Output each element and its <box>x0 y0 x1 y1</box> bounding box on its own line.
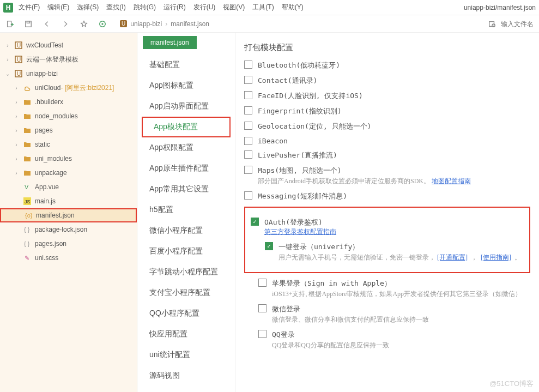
confnav-item[interactable]: QQ小程序配置 <box>137 303 235 324</box>
search-input[interactable] <box>501 20 534 28</box>
new-file-icon[interactable] <box>5 20 14 28</box>
confnav-item[interactable]: uni统计配置 <box>137 345 235 365</box>
confnav-item[interactable]: App启动界面配置 <box>137 96 235 117</box>
checkbox-icon[interactable] <box>244 76 252 84</box>
checkbox-icon[interactable] <box>244 122 252 130</box>
confnav-item[interactable]: App模块配置 <box>142 117 231 137</box>
expand-arrow-icon[interactable] <box>13 156 20 162</box>
tree-item-uniapp-bizi[interactable]: Uuniapp-bizi <box>0 67 137 81</box>
tree-item-unicloud[interactable]: uniCloud - [阿里云:bizi2021] <box>0 81 137 95</box>
tree-item-app-vue[interactable]: VApp.vue <box>0 180 137 194</box>
checkbox-icon[interactable] <box>244 137 252 145</box>
expand-arrow-icon[interactable] <box>13 128 20 134</box>
save-icon[interactable] <box>24 20 33 28</box>
expand-arrow-icon[interactable] <box>13 170 20 176</box>
search-preview-icon[interactable] <box>488 20 496 28</box>
tree-item-package-lock-json[interactable]: { }package-lock.json <box>0 222 137 237</box>
tree-item-node_modules[interactable]: node_modules <box>0 109 137 123</box>
module-sublink[interactable]: 地图配置指南 <box>432 177 471 185</box>
svg-rect-1 <box>26 21 32 27</box>
module-apple-login[interactable]: 苹果登录（Sign in with Apple） iOS13+支持, 根据App… <box>258 279 530 299</box>
confnav-item[interactable]: 百度小程序配置 <box>137 241 235 262</box>
module-row[interactable]: Contact(通讯录) <box>244 76 530 86</box>
confnav-item[interactable]: 支付宝小程序配置 <box>137 282 235 303</box>
menu-file[interactable]: 文件(F) <box>19 3 40 12</box>
module-label: FaceID(人脸识别, 仅支持iOS) <box>258 91 363 101</box>
expand-arrow-icon[interactable] <box>4 57 11 63</box>
tree-item-pages[interactable]: pages <box>0 123 137 137</box>
checkbox-icon[interactable] <box>265 242 273 250</box>
confnav-item[interactable]: 基础配置 <box>137 55 235 75</box>
module-row[interactable]: LivePusher(直播推流) <box>244 150 530 160</box>
nav-back-icon[interactable] <box>43 20 51 28</box>
nav-forward-icon[interactable] <box>61 20 70 28</box>
tree-item-manifest-json[interactable]: {o}manifest.json <box>0 208 137 222</box>
oauth-guide-link[interactable]: 第三方登录鉴权配置指南 <box>264 227 336 237</box>
expand-arrow-icon[interactable] <box>13 142 20 148</box>
checkbox-icon[interactable] <box>258 330 267 338</box>
univerify-guide-link[interactable]: [使用指南] <box>481 254 511 261</box>
expand-arrow-icon[interactable] <box>13 99 20 105</box>
confnav-item[interactable]: App常用其它设置 <box>137 179 235 200</box>
checkbox-icon[interactable] <box>244 106 252 114</box>
module-row[interactable]: Maps(地图, 只能选一个)部分国产Android手机获取位置必须申请定位服务… <box>244 166 530 186</box>
menu-tools[interactable]: 工具(T) <box>252 3 274 12</box>
tree-item---------[interactable]: U云端一体登录模板 <box>0 52 137 67</box>
checkbox-icon[interactable] <box>258 279 267 287</box>
checkbox-icon[interactable] <box>258 304 267 312</box>
file-type-icon: { } <box>23 225 32 234</box>
tree-item-static[interactable]: static <box>0 137 137 152</box>
checkbox-icon[interactable] <box>244 91 252 99</box>
svg-rect-0 <box>8 21 11 27</box>
module-univerify[interactable]: 一键登录（univerify） 用户无需输入手机号，无需短信验证，免密一键登录，… <box>265 242 524 262</box>
module-row[interactable]: iBeacon <box>244 137 530 145</box>
checkbox-icon[interactable] <box>244 150 252 159</box>
menu-publish[interactable]: 发行(U) <box>193 3 216 12</box>
module-row[interactable]: Bluetooth(低功耗蓝牙) <box>244 61 530 70</box>
breadcrumb-project[interactable]: uniapp-bizi <box>130 20 162 28</box>
confnav-item[interactable]: 快应用配置 <box>137 324 235 345</box>
expand-arrow-icon[interactable] <box>4 71 11 77</box>
checkbox-icon[interactable] <box>251 218 259 226</box>
confnav-item[interactable]: 微信小程序配置 <box>137 220 235 241</box>
editor-tab[interactable]: manifest.json <box>143 36 197 49</box>
confnav-item[interactable]: 字节跳动小程序配置 <box>137 262 235 282</box>
tree-item-main-js[interactable]: JSmain.js <box>0 194 137 208</box>
module-qq-login[interactable]: QQ登录 QQ登录和QQ分享的配置信息应保持一致 <box>258 330 530 350</box>
expand-arrow-icon[interactable] <box>4 43 11 49</box>
checkbox-icon[interactable] <box>244 166 252 174</box>
breadcrumb-file[interactable]: manifest.json <box>171 20 209 28</box>
menu-edit[interactable]: 编辑(E) <box>47 3 69 12</box>
run-icon[interactable] <box>98 20 107 28</box>
module-row[interactable]: Fingerprint(指纹识别) <box>244 106 530 116</box>
module-row[interactable]: FaceID(人脸识别, 仅支持iOS) <box>244 91 530 101</box>
module-row[interactable]: Messaging(短彩邮件消息) <box>244 191 530 201</box>
confnav-item[interactable]: App图标配置 <box>137 75 235 96</box>
checkbox-icon[interactable] <box>244 61 252 69</box>
tree-item-label: uni.scss <box>35 254 58 262</box>
menu-find[interactable]: 查找(I) <box>106 3 125 12</box>
menu-goto[interactable]: 跳转(G) <box>134 3 156 12</box>
expand-arrow-icon[interactable] <box>13 113 20 119</box>
module-row[interactable]: Geolocation(定位, 只能选一个) <box>244 122 530 131</box>
menu-view[interactable]: 视图(V) <box>223 3 245 12</box>
confnav-item[interactable]: 源码视图 <box>137 365 235 386</box>
tree-item-uni-scss[interactable]: ✎uni.scss <box>0 251 137 265</box>
menu-run[interactable]: 运行(R) <box>163 3 186 12</box>
module-oauth[interactable]: OAuth(登录鉴权) 第三方登录鉴权配置指南 <box>251 218 524 237</box>
univerify-open-link[interactable]: [开通配置] <box>437 254 468 261</box>
tree-item-wxcloudtest[interactable]: UwxCloudTest <box>0 38 137 52</box>
tree-item-uni_modules[interactable]: uni_modules <box>0 152 137 166</box>
tree-item--hbuilderx[interactable]: .hbuilderx <box>0 95 137 109</box>
star-icon[interactable] <box>80 20 88 28</box>
expand-arrow-icon[interactable] <box>13 85 20 91</box>
menu-help[interactable]: 帮助(Y) <box>282 3 304 12</box>
confnav-item[interactable]: App原生插件配置 <box>137 158 235 179</box>
tree-item-unpackage[interactable]: unpackage <box>0 166 137 180</box>
checkbox-icon[interactable] <box>244 191 252 200</box>
tree-item-pages-json[interactable]: { }pages.json <box>0 237 137 251</box>
module-wechat-login[interactable]: 微信登录 微信登录、微信分享和微信支付的配置信息应保持一致 <box>258 304 530 324</box>
menu-select[interactable]: 选择(S) <box>77 3 99 12</box>
confnav-item[interactable]: App权限配置 <box>137 137 235 158</box>
confnav-item[interactable]: h5配置 <box>137 200 235 220</box>
